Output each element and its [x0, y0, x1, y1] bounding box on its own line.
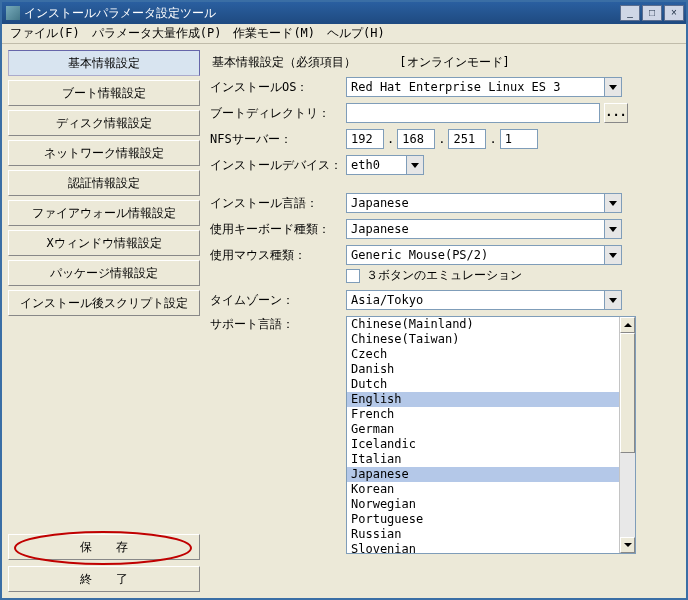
- window-controls: _ □ ×: [620, 5, 684, 21]
- scroll-down-button[interactable]: [620, 537, 635, 553]
- sidebar-item-network[interactable]: ネットワーク情報設定: [8, 140, 200, 166]
- install-lang-select[interactable]: Japanese: [346, 193, 622, 213]
- chevron-down-icon: [604, 245, 622, 265]
- save-button-label: 保存: [56, 540, 152, 554]
- chevron-down-icon: [604, 290, 622, 310]
- list-item[interactable]: Japanese: [347, 467, 619, 482]
- menubar: ファイル(F) パラメータ大量作成(P) 作業モード(M) ヘルプ(H): [2, 24, 686, 44]
- heading-mode: [オンラインモード]: [399, 55, 509, 69]
- nfs-ip-2[interactable]: 168: [397, 129, 435, 149]
- window-title: インストールパラメータ設定ツール: [24, 5, 620, 22]
- titlebar: インストールパラメータ設定ツール _ □ ×: [2, 2, 686, 24]
- ip-dot: .: [489, 132, 496, 146]
- app-window: インストールパラメータ設定ツール _ □ × ファイル(F) パラメータ大量作成…: [0, 0, 688, 600]
- label-support-lang: サポート言語：: [210, 316, 346, 333]
- scroll-track[interactable]: [620, 453, 635, 537]
- minimize-button[interactable]: _: [620, 5, 640, 21]
- nfs-ip-3[interactable]: 251: [448, 129, 486, 149]
- exit-button-label: 終了: [56, 572, 152, 586]
- sidebar-item-disk[interactable]: ディスク情報設定: [8, 110, 200, 136]
- label-nfs: NFSサーバー：: [210, 131, 346, 148]
- label-install-os: インストールOS：: [210, 79, 346, 96]
- exit-button[interactable]: 終了: [8, 566, 200, 592]
- list-item[interactable]: Chinese(Taiwan): [347, 332, 619, 347]
- ip-dot: .: [387, 132, 394, 146]
- label-timezone: タイムゾーン：: [210, 292, 346, 309]
- keyboard-select[interactable]: Japanese: [346, 219, 622, 239]
- label-boot-dir: ブートディレクトリ：: [210, 105, 346, 122]
- scroll-thumb[interactable]: [620, 333, 635, 453]
- install-dev-value: eth0: [346, 155, 406, 175]
- menu-help[interactable]: ヘルプ(H): [327, 25, 385, 42]
- list-item[interactable]: German: [347, 422, 619, 437]
- sidebar-item-package[interactable]: パッケージ情報設定: [8, 260, 200, 286]
- list-item[interactable]: Dutch: [347, 377, 619, 392]
- chevron-down-icon: [604, 219, 622, 239]
- heading-title: 基本情報設定（必須項目）: [212, 55, 356, 69]
- scroll-up-button[interactable]: [620, 317, 635, 333]
- nfs-ip-1[interactable]: 192: [346, 129, 384, 149]
- sidebar-item-postscript[interactable]: インストール後スクリプト設定: [8, 290, 200, 316]
- main-panel: 基本情報設定（必須項目） [オンラインモード] インストールOS： Red Ha…: [202, 48, 682, 594]
- browse-button[interactable]: ...: [604, 103, 628, 123]
- list-item[interactable]: Russian: [347, 527, 619, 542]
- boot-dir-input[interactable]: [346, 103, 600, 123]
- app-icon: [6, 6, 20, 20]
- label-install-lang: インストール言語：: [210, 195, 346, 212]
- list-item[interactable]: Korean: [347, 482, 619, 497]
- sidebar-item-xwindow[interactable]: Xウィンドウ情報設定: [8, 230, 200, 256]
- keyboard-value: Japanese: [346, 219, 604, 239]
- support-lang-listbox[interactable]: Chinese(Mainland)Chinese(Taiwan)CzechDan…: [346, 316, 636, 554]
- list-item[interactable]: Norwegian: [347, 497, 619, 512]
- sidebar-item-basic[interactable]: 基本情報設定: [8, 50, 200, 76]
- timezone-value: Asia/Tokyo: [346, 290, 604, 310]
- nfs-ip-4[interactable]: 1: [500, 129, 538, 149]
- menu-file[interactable]: ファイル(F): [10, 25, 80, 42]
- timezone-select[interactable]: Asia/Tokyo: [346, 290, 622, 310]
- ip-dot: .: [438, 132, 445, 146]
- menu-batch[interactable]: パラメータ大量作成(P): [92, 25, 222, 42]
- sidebar: 基本情報設定 ブート情報設定 ディスク情報設定 ネットワーク情報設定 認証情報設…: [6, 48, 202, 594]
- chevron-down-icon: [604, 77, 622, 97]
- mouse-select[interactable]: Generic Mouse(PS/2): [346, 245, 622, 265]
- label-mouse: 使用マウス種類：: [210, 247, 346, 264]
- install-dev-select[interactable]: eth0: [346, 155, 424, 175]
- label-keyboard: 使用キーボード種類：: [210, 221, 346, 238]
- content-area: 基本情報設定 ブート情報設定 ディスク情報設定 ネットワーク情報設定 認証情報設…: [2, 44, 686, 598]
- scrollbar[interactable]: [619, 317, 635, 553]
- sidebar-item-firewall[interactable]: ファイアウォール情報設定: [8, 200, 200, 226]
- list-item[interactable]: French: [347, 407, 619, 422]
- save-button[interactable]: 保存: [8, 534, 200, 560]
- list-item[interactable]: Danish: [347, 362, 619, 377]
- emulation-label: ３ボタンのエミュレーション: [366, 267, 522, 284]
- close-button[interactable]: ×: [664, 5, 684, 21]
- install-os-select[interactable]: Red Hat Enterprise Linux ES 3: [346, 77, 622, 97]
- list-item[interactable]: Portuguese: [347, 512, 619, 527]
- list-item[interactable]: Slovenian: [347, 542, 619, 553]
- list-item[interactable]: Chinese(Mainland): [347, 317, 619, 332]
- mouse-value: Generic Mouse(PS/2): [346, 245, 604, 265]
- list-item[interactable]: Czech: [347, 347, 619, 362]
- panel-heading: 基本情報設定（必須項目） [オンラインモード]: [212, 54, 674, 71]
- maximize-button[interactable]: □: [642, 5, 662, 21]
- sidebar-item-auth[interactable]: 認証情報設定: [8, 170, 200, 196]
- list-item[interactable]: Icelandic: [347, 437, 619, 452]
- menu-mode[interactable]: 作業モード(M): [233, 25, 315, 42]
- list-item[interactable]: English: [347, 392, 619, 407]
- chevron-down-icon: [406, 155, 424, 175]
- chevron-down-icon: [604, 193, 622, 213]
- install-lang-value: Japanese: [346, 193, 604, 213]
- label-install-dev: インストールデバイス：: [210, 157, 346, 174]
- sidebar-item-boot[interactable]: ブート情報設定: [8, 80, 200, 106]
- install-os-value: Red Hat Enterprise Linux ES 3: [346, 77, 604, 97]
- list-item[interactable]: Italian: [347, 452, 619, 467]
- emulation-checkbox[interactable]: [346, 269, 360, 283]
